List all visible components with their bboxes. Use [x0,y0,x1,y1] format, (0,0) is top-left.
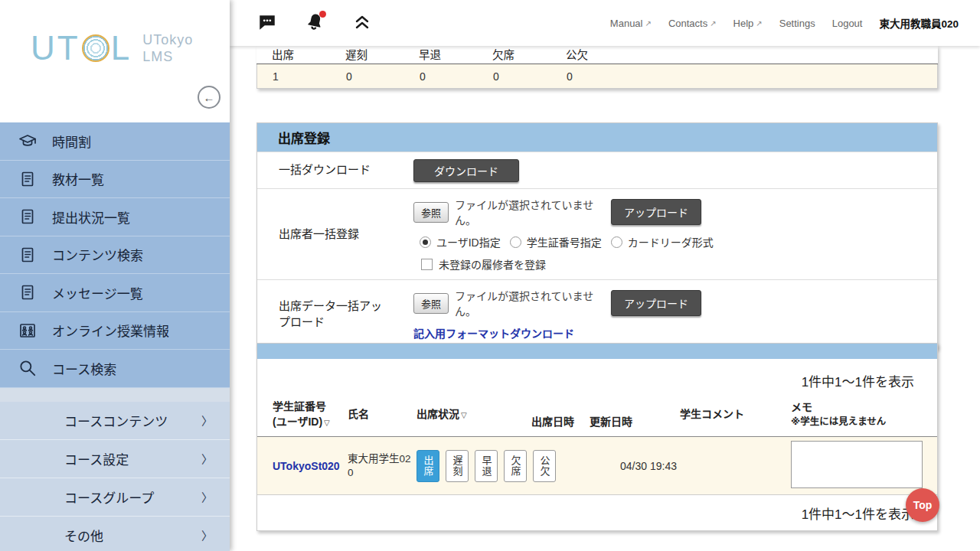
sidebar-item-label: コース設定 [64,449,129,468]
settings-link[interactable]: Settings [779,18,815,29]
radio-button-icon [611,236,622,248]
sidebar-item-label: コースコンテンツ [64,411,168,430]
summary-value: 0 [567,70,640,83]
attendee-bulk-register-label: 出席者一括登録 [257,189,413,279]
main-content: 出席 遅刻 早退 欠席 公欠 1 0 0 0 0 出席登録 一括ダウンロード ダ… [230,46,980,551]
status-early-leave-button[interactable]: 早退 [475,450,498,482]
sidebar-item-others[interactable]: その他 〉 [0,517,230,551]
result-count-text-footer: 1件中1〜1件を表示 [257,495,937,530]
student-table-row: UTokyoSt020 東大用学生020 出席 遅刻 早退 欠席 公欠 04/3… [257,437,937,495]
radio-card-reader[interactable]: カードリーダ形式 [611,234,714,249]
download-button[interactable]: ダウンロード [413,159,519,182]
sidebar-item-materials[interactable]: 教材一覧 [0,161,230,199]
sidebar-item-label: コース検索 [52,359,116,378]
sidebar-item-label: オンライン授業情報 [52,321,169,340]
header-student-comment: 学生コメント [680,407,791,422]
header-memo: メモ ※学生には見えません [791,400,939,429]
upload-button[interactable]: アップロード [611,290,701,316]
sidebar-item-messages[interactable]: メッセージ一覧 [0,274,230,312]
chevron-right-icon: 〉 [201,451,213,467]
panel-strip [257,344,937,359]
summary-header: 公欠 [566,46,639,62]
notification-badge-dot [319,11,326,18]
header-name: 氏名 [348,407,416,422]
summary-value: 0 [420,70,493,83]
panel-title: 出席登録 [257,123,937,152]
browse-button[interactable]: 参照 [413,293,449,314]
document-icon [15,206,40,227]
sidebar-item-label: 提出状況一覧 [52,207,130,227]
menu-spacer [0,388,230,402]
logout-link[interactable]: Logout [832,18,863,29]
no-file-selected-text: ファイルが選択されていません。 [455,288,611,318]
messages-button[interactable] [254,10,280,36]
logo-subtitle: UTokyo LMS [142,31,193,66]
people-grid-icon [15,320,40,341]
summary-header: 出席 [272,46,345,62]
summary-header: 欠席 [492,46,566,62]
search-icon [15,357,40,379]
help-link[interactable]: Help ↗ [733,18,763,29]
status-excused-button[interactable]: 公欠 [533,450,556,482]
sidebar-item-timetable[interactable]: 時間割 [0,122,230,161]
external-link-icon: ↗ [756,19,762,28]
status-late-button[interactable]: 遅刻 [446,450,469,482]
header-student-id[interactable]: 学生証番号 (ユーザID)▽ [257,399,348,429]
document-icon [15,168,40,190]
sidebar-item-submissions[interactable]: 提出状況一覧 [0,198,230,236]
student-id-link[interactable]: UTokyoSt020 [273,460,340,472]
sidebar: UTL UTokyo LMS ← 時間割 教材一覧 [0,0,230,551]
scroll-to-top-button[interactable]: Top [906,488,939,522]
logo-text: UT [31,29,80,67]
sidebar-item-label: その他 [64,526,103,545]
sort-icon: ▽ [324,419,330,427]
student-table-header: 学生証番号 (ユーザID)▽ 氏名 出席状況▽ 出席日時 更新日時 学生コメント… [257,392,937,437]
header-attend-time: 出席日時 [531,415,590,430]
collapse-header-button[interactable] [349,10,375,36]
summary-header: 遅刻 [345,46,419,62]
sidebar-item-online-class-info[interactable]: オンライン授業情報 [0,312,230,350]
radio-student-card-number[interactable]: 学生証番号指定 [510,234,602,249]
sort-icon: ▽ [461,411,467,419]
user-name: 東大用教職員020 [879,15,959,31]
topbar: Manual ↗ Contacts ↗ Help ↗ Settings Logo… [230,0,980,46]
memo-textarea[interactable] [791,441,923,488]
external-link-icon: ↗ [645,19,651,28]
attendance-registration-panel: 出席登録 一括ダウンロード ダウンロード 出席者一括登録 参照 ファイルが選択さ… [256,122,938,349]
chevron-right-icon: 〉 [201,489,213,505]
sidebar-item-label: 教材一覧 [52,169,104,188]
document-icon [15,282,40,303]
sidebar-item-content-search[interactable]: コンテンツ検索 [0,236,230,275]
sidebar-item-label: 時間割 [52,132,91,151]
sidebar-item-course-search[interactable]: コース検索 [0,350,230,388]
browse-button[interactable]: 参照 [413,202,449,223]
utol-logo: UTL [31,29,132,67]
header-update-time: 更新日時 [590,415,680,430]
logo-area: UTL UTokyo LMS ← [0,0,230,122]
sidebar-item-course-contents[interactable]: コースコンテンツ 〉 [0,402,230,440]
header-status[interactable]: 出席状況▽ [416,407,531,422]
sidebar-item-course-group[interactable]: コースグループ 〉 [0,478,230,517]
status-present-button[interactable]: 出席 [416,450,439,482]
summary-value: 1 [273,70,346,83]
register-unregistered-checkbox[interactable]: 未登録の履修者を登録 [413,256,937,272]
logo-ring-icon [82,34,109,62]
student-attendance-panel: 1件中1〜1件を表示 学生証番号 (ユーザID)▽ 氏名 出席状況▽ 出席日時 … [256,343,938,531]
notifications-button[interactable] [302,10,328,36]
status-button-group: 出席 遅刻 早退 欠席 公欠 [416,450,531,482]
chevron-right-icon: 〉 [201,412,213,429]
chevron-right-icon: 〉 [201,527,213,543]
sidebar-item-course-settings[interactable]: コース設定 〉 [0,440,230,478]
sidebar-menu: 時間割 教材一覧 提出状況一覧 コンテンツ検索 メッセージ一覧 [0,122,230,551]
attendance-data-upload-label: 出席データ一括アップロード [257,280,413,348]
contacts-link[interactable]: Contacts ↗ [668,18,717,29]
summary-header: 早退 [419,46,492,62]
sidebar-item-label: コースグループ [64,487,154,507]
collapse-sidebar-button[interactable]: ← [198,86,220,109]
manual-link[interactable]: Manual ↗ [610,18,652,29]
radio-user-id[interactable]: ユーザID指定 [420,234,501,249]
format-download-link[interactable]: 記入用フォーマットダウンロード [413,328,574,340]
back-arrow-icon: ← [204,91,215,104]
status-absent-button[interactable]: 欠席 [504,450,527,482]
upload-button[interactable]: アップロード [611,199,701,225]
